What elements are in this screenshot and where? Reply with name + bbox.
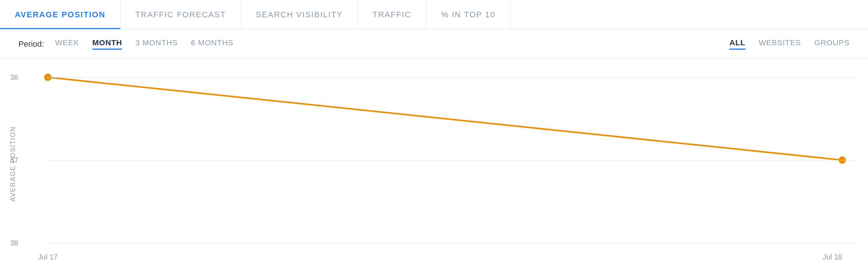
y-axis-tick-37: 37 [0,156,18,164]
view-websites[interactable]: WEBSITES [759,38,801,50]
y-axis-tick-38: 38 [0,239,18,247]
period-week[interactable]: WEEK [55,38,79,50]
period-month[interactable]: MONTH [92,38,122,50]
view-options: ALL WEBSITES GROUPS [729,38,850,50]
period-3months[interactable]: 3 MONTHS [135,38,178,50]
period-bar: Period: WEEK MONTH 3 MONTHS 6 MONTHS ALL… [0,29,868,59]
tab-traffic-forecast[interactable]: TRAFFIC FORECAST [121,0,241,29]
chart-svg [22,66,857,261]
x-label-end: Jul 18 [823,253,842,261]
chart-inner: 363738Jul 17Jul 18 [22,66,857,261]
main-container: AVERAGE POSITION TRAFFIC FORECAST SEARCH… [0,0,868,276]
tab-traffic[interactable]: TRAFFIC [358,0,426,29]
chart-area: AVERAGE POSITION 363738Jul 17Jul 18 [0,59,868,276]
tab-pct-in-top10[interactable]: % IN TOP 10 [426,0,511,29]
tab-average-position[interactable]: AVERAGE POSITION [0,0,121,29]
period-6months[interactable]: 6 MONTHS [191,38,233,50]
svg-line-3 [48,77,842,160]
tab-search-visibility[interactable]: SEARCH VISIBILITY [241,0,358,29]
x-label-start: Jul 17 [38,253,57,261]
period-label: Period: [18,39,44,49]
tab-bar: AVERAGE POSITION TRAFFIC FORECAST SEARCH… [0,0,868,29]
period-options: WEEK MONTH 3 MONTHS 6 MONTHS [55,38,730,50]
view-groups[interactable]: GROUPS [814,38,850,50]
view-all[interactable]: ALL [729,38,745,50]
y-axis-tick-36: 36 [0,73,18,82]
